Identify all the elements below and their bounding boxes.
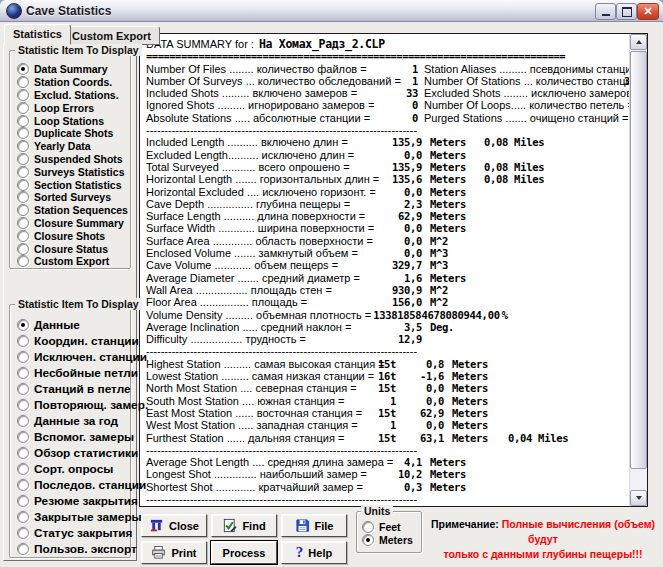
sidebar-item[interactable]: Последов. станции xyxy=(10,477,130,493)
radio-icon[interactable] xyxy=(17,447,29,459)
sidebar-item[interactable]: Custom Export xyxy=(10,255,130,268)
sidebar-item[interactable]: Duplicate Shots xyxy=(10,127,130,140)
radio-icon[interactable] xyxy=(17,527,29,539)
file-button[interactable]: File xyxy=(281,514,347,537)
stat-label: Average Shot Length .... средняя длина з… xyxy=(146,456,393,468)
minimize-button[interactable] xyxy=(595,3,616,20)
radio-icon[interactable] xyxy=(17,217,29,229)
radio-icon[interactable] xyxy=(17,335,29,347)
sidebar-item[interactable]: Loop Errors xyxy=(10,101,130,114)
radio-icon[interactable] xyxy=(17,204,29,216)
stat-label: Surface Length .......... длина поверхно… xyxy=(146,210,365,222)
sidebar-item[interactable]: Координ. станции xyxy=(10,333,130,349)
sidebar-item[interactable]: Вспомог. замеры xyxy=(10,429,130,445)
units-option-feet[interactable]: Feet xyxy=(357,520,421,533)
radio-icon[interactable] xyxy=(17,102,29,114)
radio-icon[interactable] xyxy=(17,153,29,165)
radio-icon[interactable] xyxy=(17,415,29,427)
radio-icon[interactable] xyxy=(17,367,29,379)
sidebar-item[interactable]: Section Statistics xyxy=(10,178,130,191)
radio-icon[interactable] xyxy=(17,431,29,443)
radio-icon[interactable] xyxy=(17,255,29,267)
units-option-meters[interactable]: Meters xyxy=(357,533,421,546)
radio-icon[interactable] xyxy=(17,243,29,255)
process-button[interactable]: Process xyxy=(211,541,277,564)
sidebar-item[interactable]: Данные xyxy=(10,317,130,333)
report-line: Excluded Length.......... исключено длин… xyxy=(146,149,630,161)
radio-icon[interactable] xyxy=(17,191,29,203)
close-window-button[interactable]: ✕ xyxy=(637,3,659,20)
sidebar-item[interactable]: Обзор статистики xyxy=(10,445,130,461)
sidebar-item[interactable]: Surveys Statistics xyxy=(10,165,130,178)
report-line: North Most Station .... северная станция… xyxy=(146,382,630,394)
sidebar-item[interactable]: Closure Summary xyxy=(10,217,130,230)
sidebar-item[interactable]: Станций в петле xyxy=(10,381,130,397)
sidebar-item[interactable]: Повторяющ. замер. xyxy=(10,397,130,413)
print-button[interactable]: Print xyxy=(141,541,207,564)
separator-dashes: ----------------------------------------… xyxy=(146,493,417,505)
report-line: Number Of Files ........ количество файл… xyxy=(146,63,630,75)
radio-icon[interactable] xyxy=(17,89,29,101)
radio-icon[interactable] xyxy=(17,479,29,491)
sidebar-item[interactable]: Station Coords. xyxy=(10,76,130,89)
sidebar-item[interactable]: Несбойные петли xyxy=(10,365,130,381)
sidebar-item[interactable]: Пользов. экспорт xyxy=(10,541,130,557)
radio-icon[interactable] xyxy=(17,76,29,88)
sidebar-item[interactable]: Sorted Surveys xyxy=(10,191,130,204)
radio-icon[interactable] xyxy=(17,463,29,475)
stat-label: North Most Station .... северная станция… xyxy=(146,382,357,394)
radio-icon[interactable] xyxy=(17,511,29,523)
stat-unit: Meters xyxy=(452,395,488,407)
sidebar-item[interactable]: Резюме закрытия xyxy=(10,493,130,509)
radio-icon[interactable] xyxy=(17,140,29,152)
sidebar-item-label: Закрытые замеры xyxy=(34,510,142,524)
radio-icon[interactable] xyxy=(17,166,29,178)
radio-icon[interactable] xyxy=(17,399,29,411)
radio-icon[interactable] xyxy=(362,521,374,533)
sidebar-item[interactable]: Suspended Shots xyxy=(10,153,130,166)
sidebar-item[interactable]: Loop Stations xyxy=(10,114,130,127)
stat-label: Average Inclination ..... средний наклон… xyxy=(146,321,351,333)
scroll-down-button[interactable] xyxy=(630,490,647,506)
sidebar-item[interactable]: Статус закрытия xyxy=(10,525,130,541)
sidebar-item[interactable]: Data Summary xyxy=(10,63,130,76)
radio-icon[interactable] xyxy=(17,383,29,395)
help-button[interactable]: ?Help xyxy=(281,541,347,564)
scrollbar-thumb[interactable] xyxy=(630,51,647,469)
radio-icon[interactable] xyxy=(17,63,29,75)
radio-icon[interactable] xyxy=(17,230,29,242)
sidebar-item[interactable]: Yearly Data xyxy=(10,140,130,153)
sidebar-item[interactable]: Закрытые замеры xyxy=(10,509,130,525)
radio-icon[interactable] xyxy=(17,127,29,139)
sidebar-item-label: Closure Status xyxy=(34,243,108,255)
sidebar-item[interactable]: Closure Status xyxy=(10,242,130,255)
maximize-button[interactable] xyxy=(616,3,637,20)
radio-icon[interactable] xyxy=(17,495,29,507)
sidebar-item[interactable]: Исключен. станции xyxy=(10,349,130,365)
sidebar-item[interactable]: Station Sequences xyxy=(10,204,130,217)
report-line: Ignored Shots ......... игнорировано зам… xyxy=(146,99,630,111)
radio-icon[interactable] xyxy=(17,319,29,331)
tab-statistics[interactable]: Statistics xyxy=(4,24,71,45)
vertical-scrollbar[interactable] xyxy=(629,34,647,506)
radio-icon[interactable] xyxy=(17,351,29,363)
report-line: ----------------------------------------… xyxy=(146,493,630,505)
radio-icon[interactable] xyxy=(362,534,374,546)
stat-label: Total Surveyed ........... всего опрошен… xyxy=(146,161,350,173)
radio-icon[interactable] xyxy=(17,115,29,127)
sidebar-item[interactable]: Данные за год xyxy=(10,413,130,429)
stat-label: Longest Shot .............. наибольший з… xyxy=(146,468,367,480)
sidebar-item-label: Surveys Statistics xyxy=(34,166,124,178)
find-button[interactable]: Find xyxy=(211,514,277,537)
sidebar-item[interactable]: Сорт. опросы xyxy=(10,461,130,477)
stat-miles: 0,08 Miles xyxy=(484,161,544,173)
sidebar-item[interactable]: Exclud. Stations. xyxy=(10,89,130,102)
close-button[interactable]: Close xyxy=(141,514,207,537)
scroll-up-button[interactable] xyxy=(630,34,647,50)
radio-icon[interactable] xyxy=(17,543,29,555)
tab-custom-export[interactable]: Custom Export xyxy=(63,26,160,45)
stat-unit: M^2 xyxy=(430,284,448,296)
stat-value: 0 xyxy=(356,112,418,124)
sidebar-item[interactable]: Closure Shots xyxy=(10,229,130,242)
radio-icon[interactable] xyxy=(17,179,29,191)
